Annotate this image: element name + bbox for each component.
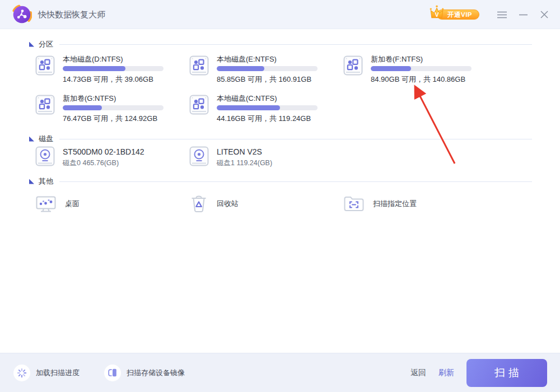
vip-label: 开通VIP [447, 11, 472, 19]
spinner-icon [13, 365, 30, 381]
partition-icon [189, 94, 209, 117]
menu-button[interactable] [494, 7, 510, 22]
vip-crown-letter: V [435, 11, 439, 18]
other-grid: 桌面 回收站 扫描指定位置 [35, 190, 497, 217]
hard-disk-icon [35, 146, 55, 169]
partition-icon [189, 55, 209, 78]
partition-icon [35, 55, 55, 78]
vip-button[interactable]: 开通VIP V [429, 4, 483, 21]
desktop-item[interactable]: 桌面 [35, 190, 189, 217]
partition-detail: 76.47GB 可用，共 124.92GB [63, 114, 164, 124]
load-scan-progress-label: 加载扫描进度 [36, 368, 80, 378]
title-bar: 快快数据恢复大师 开通VIP V [0, 0, 560, 29]
disk-name: ST500DM0 02-1BD142 [63, 147, 144, 157]
scan-location-item[interactable]: 扫描指定位置 [343, 190, 497, 217]
section-header-others: 其他 [29, 177, 532, 186]
usage-bar-fill [217, 105, 280, 110]
usage-bar [217, 66, 318, 71]
usage-bar [217, 105, 318, 110]
section-header-disks: 磁盘 [29, 134, 532, 143]
close-icon [540, 11, 548, 18]
collapse-triangle-icon[interactable] [29, 179, 34, 184]
usage-bar [63, 66, 164, 71]
load-scan-progress-button[interactable]: 加载扫描进度 [13, 365, 80, 381]
collapse-triangle-icon[interactable] [29, 137, 34, 142]
partition-detail: 14.73GB 可用，共 39.06GB [63, 74, 164, 85]
section-header-partitions: 分区 [29, 40, 532, 49]
partition-detail: 44.16GB 可用，共 119.24GB [217, 114, 318, 124]
footer-bar: 加载扫描进度 扫描存储设备镜像 返回 刷新 扫描 [0, 353, 560, 392]
disk-detail: 磁盘1 119.24(GB) [217, 158, 272, 168]
partition-name: 新加卷(F:NTFS) [371, 55, 472, 63]
usage-bar-fill [371, 66, 411, 71]
scan-location-icon [343, 194, 365, 213]
partition-detail: 84.90GB 可用，共 140.86GB [371, 74, 472, 85]
section-label: 磁盘 [39, 134, 53, 144]
other-label: 回收站 [217, 199, 239, 209]
partition-detail: 85.85GB 可用，共 160.91GB [217, 74, 318, 85]
partition-item-g[interactable]: 新加卷(G:NTFS) 76.47GB 可用，共 124.92GB [35, 94, 189, 133]
minimize-icon [519, 14, 528, 16]
usage-bar-fill [217, 66, 264, 71]
recycle-bin-icon [189, 193, 209, 214]
disk-item-0[interactable]: ST500DM0 02-1BD142 磁盘0 465.76(GB) [35, 146, 189, 174]
disk-detail: 磁盘0 465.76(GB) [63, 158, 144, 168]
other-label: 扫描指定位置 [373, 199, 417, 209]
partition-name: 本地磁盘(D:NTFS) [63, 55, 164, 63]
usage-bar-fill [63, 105, 102, 110]
hamburger-icon [497, 11, 507, 18]
section-divider [59, 181, 532, 182]
window-controls [494, 7, 552, 22]
app-window: 快快数据恢复大师 开通VIP V [0, 0, 560, 392]
section-divider [59, 139, 532, 139]
collapse-triangle-icon[interactable] [29, 42, 34, 47]
usage-bar [371, 66, 472, 71]
partition-name: 本地磁盘(E:NTFS) [217, 55, 318, 63]
partition-icon [343, 55, 363, 78]
partition-grid: 本地磁盘(D:NTFS) 14.73GB 可用，共 39.06GB 本地磁盘(E… [35, 55, 497, 133]
footer-tools: 加载扫描进度 扫描存储设备镜像 [13, 353, 185, 392]
disk-item-1[interactable]: LITEON V2S 磁盘1 119.24(GB) [189, 146, 343, 174]
partition-item-f[interactable]: 新加卷(F:NTFS) 84.90GB 可用，共 140.86GB [343, 55, 497, 94]
close-button[interactable] [536, 7, 552, 22]
app-logo-icon [12, 4, 32, 25]
refresh-button[interactable]: 刷新 [438, 368, 454, 378]
usage-bar-fill [63, 66, 125, 71]
partition-icon [35, 94, 55, 117]
disk-name: LITEON V2S [217, 147, 272, 157]
partition-item-c[interactable]: 本地磁盘(C:NTFS) 44.16GB 可用，共 119.24GB [189, 94, 343, 133]
scan-device-image-button[interactable]: 扫描存储设备镜像 [104, 365, 185, 381]
footer-actions: 返回 刷新 扫描 [410, 353, 547, 392]
app-title: 快快数据恢复大师 [38, 0, 105, 29]
disk-grid: ST500DM0 02-1BD142 磁盘0 465.76(GB) LITEON… [35, 146, 343, 174]
recycle-bin-item[interactable]: 回收站 [189, 190, 343, 217]
partition-name: 新加卷(G:NTFS) [63, 94, 164, 102]
back-button[interactable]: 返回 [410, 368, 426, 378]
desktop-icon [35, 194, 57, 214]
device-mirror-icon [104, 365, 121, 381]
partition-item-d[interactable]: 本地磁盘(D:NTFS) 14.73GB 可用，共 39.06GB [35, 55, 189, 94]
section-label: 其他 [39, 176, 53, 186]
crown-icon: V [429, 4, 445, 21]
partition-item-e[interactable]: 本地磁盘(E:NTFS) 85.85GB 可用，共 160.91GB [189, 55, 343, 94]
scan-device-image-label: 扫描存储设备镜像 [127, 368, 185, 378]
partition-name: 本地磁盘(C:NTFS) [217, 94, 318, 102]
usage-bar [63, 105, 164, 110]
section-divider [59, 44, 532, 45]
other-label: 桌面 [65, 199, 80, 209]
main-content: 分区 本地磁盘(D:NTFS) 14.73GB 可用，共 39.06GB 本地磁… [0, 29, 560, 353]
section-label: 分区 [39, 39, 53, 49]
hard-disk-icon [189, 146, 209, 169]
minimize-button[interactable] [515, 7, 531, 22]
scan-button[interactable]: 扫描 [466, 359, 547, 387]
